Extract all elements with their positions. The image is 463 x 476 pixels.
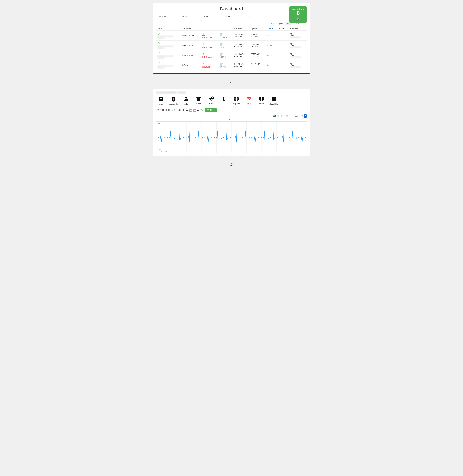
contact-phone-icon[interactable]: 📞 [290, 53, 294, 56]
chart-minus-btn[interactable]: ▬ [295, 115, 297, 117]
nav-icon-tshirt[interactable]: t-shirt [194, 96, 203, 105]
nav-icon-bpm[interactable]: BPM [206, 96, 216, 105]
person-icon: ⚇ [158, 62, 160, 65]
ecg-x-label: 13:31:50 [161, 151, 167, 152]
anamnesis-warning: ▲ [172, 100, 175, 102]
skip-to-end-button[interactable]: ⏭ [197, 109, 200, 112]
dashboard-title: Dashboard [156, 6, 307, 11]
panel-b: ALESSANDRO XXXX registry + ▲ anamnesis [153, 88, 310, 156]
fast-forward-button[interactable]: ⏩ [193, 109, 196, 112]
svg-rect-12 [224, 97, 224, 99]
nav-icon-registry[interactable]: registry [156, 96, 166, 105]
committee-cell: CProva [181, 60, 201, 70]
person-cell: ⚇ XXXXXXXXX XXXXXXXXXX [156, 50, 181, 60]
registry-icon [159, 96, 163, 102]
temp-icon [222, 96, 225, 103]
nav-icon-resp-rate[interactable]: resp rate [232, 96, 241, 105]
goto-chevron: ▼ [213, 109, 215, 111]
committee-input[interactable] [156, 15, 177, 18]
received-cell: 2022/04/2108:16:44 [233, 60, 250, 70]
chart-list-btn[interactable]: ≡ [302, 115, 303, 117]
chart-cross-btn[interactable]: ✕ [289, 115, 291, 117]
nav-icon-temp[interactable]: T [219, 96, 229, 105]
goto-button[interactable]: GO TO ▼ [205, 108, 217, 112]
status-cell: Closed [266, 60, 277, 70]
svg-text:+: + [274, 98, 275, 100]
nav-icon-anamnesis[interactable]: + ▲ anamnesis [169, 96, 178, 105]
updated-cell: 2022/04/2108:24:42 [249, 50, 266, 60]
svg-point-15 [234, 98, 236, 100]
contact-number: XXXXXXXXX [290, 56, 305, 58]
svg-point-6 [185, 97, 187, 99]
page-container: Dashboard Active alarms 0 🔊 Priority Sta… [3, 3, 460, 167]
col-status: Status [266, 26, 277, 31]
active-alarms-count: 0 [291, 10, 305, 17]
contacts-cell: 📞 XXXXXXXXX [289, 50, 307, 60]
nav-icon-alarm-history[interactable]: + alarm history [269, 96, 279, 105]
chart-active-btn[interactable]: A [304, 114, 307, 117]
ecg-svg [156, 122, 307, 153]
priority-cell [277, 60, 289, 70]
ecg-chart-container: 3 mV -3 mV 13:31:50 [156, 122, 307, 153]
goto-label: GO TO [206, 109, 213, 111]
chart-square2-btn[interactable]: ◻ [286, 115, 288, 117]
table-header-row: Items per page 10 25 50 1-10 of 10 ‹ › [156, 22, 307, 26]
contact-phone-icon[interactable]: 📞 [290, 43, 294, 46]
person-cell: ⚇ XXXXXXXXX XXXXXXXXXX [156, 31, 181, 41]
active-alarms-box: Active alarms 0 🔊 [289, 6, 307, 23]
status-cell: Closed [266, 41, 277, 50]
chart-zoom-btn[interactable]: 🔍 [277, 115, 280, 117]
refresh-ecg-button[interactable]: ↻ [201, 109, 203, 112]
nav-icons-row: registry + ▲ anamnesis [156, 96, 307, 105]
tshirt-label: t-shirt [196, 103, 201, 105]
svg-rect-0 [159, 97, 163, 101]
priority-cell [277, 31, 289, 41]
panel-b-label: B [230, 162, 233, 167]
nav-icon-ecg[interactable]: ECG [244, 96, 254, 105]
time-value: 13:31:50 [176, 109, 184, 111]
person-icon: ⚇ [158, 42, 160, 45]
person-icon: ⚇ [158, 52, 160, 55]
media-controls: ⏮ ⏪ ⏩ ⏭ ↻ [186, 109, 203, 112]
chart-camera-btn[interactable]: 📷 [273, 115, 276, 117]
status-cell: Closed [266, 31, 277, 41]
refresh-button[interactable]: ↻ [247, 15, 250, 18]
chart-square-btn[interactable]: □ [284, 115, 285, 117]
updated-cell: 2022/04/2108:25:09 [249, 41, 266, 50]
priority-select[interactable]: Priority [203, 15, 222, 18]
status-select[interactable]: Status [225, 15, 244, 18]
svg-rect-1 [160, 97, 162, 98]
committee-cell: DIPENDENTE [181, 41, 201, 50]
alarm-sound-icon[interactable]: 🔊 [291, 18, 305, 21]
chart-anchor-btn[interactable]: ⚓ [292, 115, 294, 117]
visits-label: visits [184, 103, 188, 105]
ecg-y-top-label: 3 mV [157, 123, 161, 124]
col-priority: Priority [277, 26, 289, 31]
col-received: Received ↓ [233, 26, 250, 31]
chart-line-btn[interactable]: — [298, 115, 301, 117]
contact-phone-icon[interactable]: 📞 [290, 63, 294, 66]
nav-icon-visits[interactable]: visits [181, 96, 191, 105]
person-name: XXXXXXXXX XXXXXXXXXX [158, 65, 180, 69]
rewind-button[interactable]: ⏪ [189, 109, 192, 112]
date-value: 2023-03-15 [160, 109, 170, 111]
person-cell: ⚇ XXXXXXXXX XXXXXXXXXX [156, 41, 181, 50]
panel-a-label: A [230, 80, 233, 84]
contact-phone-icon[interactable]: 📞 [290, 33, 294, 36]
nav-icon-breath[interactable]: breath [257, 96, 266, 105]
active-alarms-label: Active alarms [291, 8, 305, 10]
registry-label: registry [158, 103, 164, 105]
committee-cell: DIPENDENTE [181, 31, 201, 41]
clock-icon: 🕐 [172, 109, 175, 111]
calendar-icon: 📅 [156, 109, 159, 111]
patient-name: ALESSANDRO XXXX [156, 91, 307, 94]
items-per-page-label: Items per page [271, 23, 283, 25]
search-input[interactable] [180, 15, 200, 18]
committee-cell: DIPENDENTE [181, 50, 201, 60]
datetime-row: 📅 2023-03-15 🕐 13:31:50 ⏮ ⏪ ⏩ ⏭ ↻ GO TO … [156, 108, 307, 112]
skip-to-start-button[interactable]: ⏮ [186, 109, 188, 112]
person-cell: ⚇ XXXXXXXXX XXXXXXXXXX [156, 60, 181, 70]
contact-number: XXXXXXXXX [290, 66, 305, 68]
chart-plus-btn[interactable]: ＋ [281, 115, 283, 117]
ecg-icon [246, 96, 252, 102]
